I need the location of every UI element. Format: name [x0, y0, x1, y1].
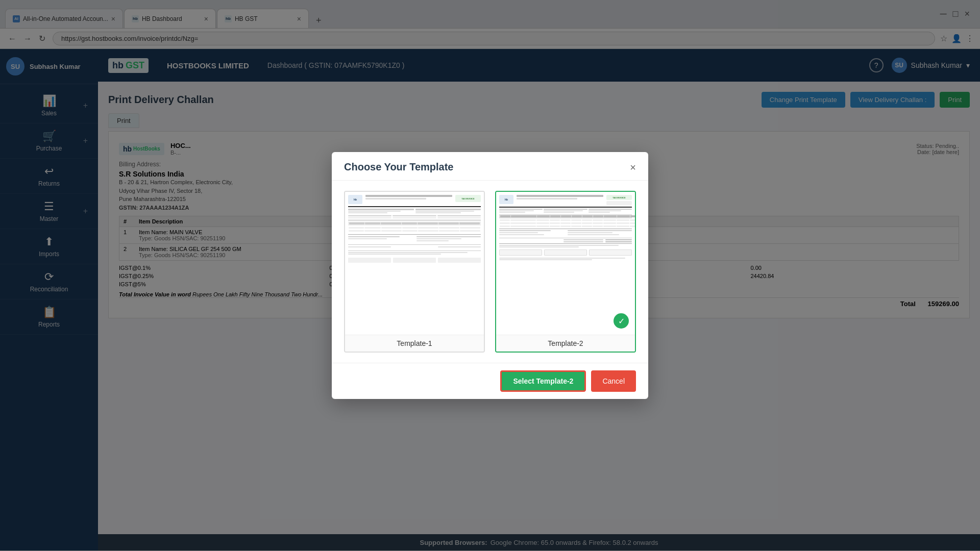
modal-header: Choose Your Template ×	[332, 152, 648, 181]
modal-overlay: Choose Your Template × hb	[0, 0, 980, 551]
modal-body: hb TAX INVOICE	[332, 181, 648, 363]
template-2-selected-icon: ✓	[614, 313, 629, 329]
modal-close-button[interactable]: ×	[630, 162, 636, 172]
template-chooser-modal: Choose Your Template × hb	[332, 152, 648, 399]
template-1-label: Template-1	[345, 335, 484, 352]
templates-grid: hb TAX INVOICE	[344, 191, 636, 353]
modal-footer: Select Template-2 Cancel	[332, 363, 648, 399]
template-2-preview: hb TAX INVOICE	[496, 192, 635, 335]
cancel-button[interactable]: Cancel	[591, 370, 636, 392]
select-template-2-button[interactable]: Select Template-2	[500, 370, 586, 392]
template-2-label: Template-2	[496, 335, 635, 352]
modal-title: Choose Your Template	[344, 161, 453, 173]
template-2-card[interactable]: hb TAX INVOICE	[495, 191, 636, 353]
template-1-card[interactable]: hb TAX INVOICE	[344, 191, 485, 353]
template-1-preview: hb TAX INVOICE	[345, 192, 484, 335]
